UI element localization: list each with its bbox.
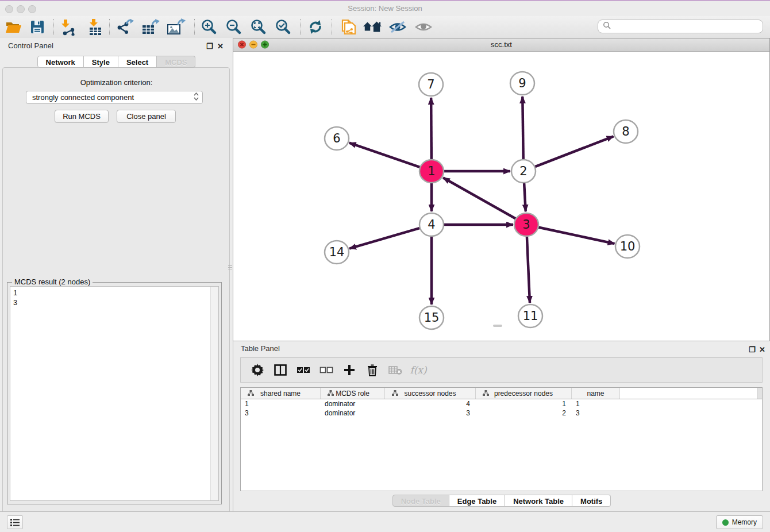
network-window-titlebar[interactable]: scc.txt	[233, 38, 769, 52]
refresh-icon[interactable]	[306, 18, 325, 36]
table-tab-network-table[interactable]: Network Table	[505, 495, 572, 507]
control-tab-network[interactable]: Network	[37, 56, 84, 68]
graph-edge-2-9[interactable]	[522, 97, 523, 159]
function-builder-icon[interactable]: f(x)	[411, 363, 426, 377]
column-header-mcds-role[interactable]: MCDS role	[321, 388, 385, 399]
import-network-icon[interactable]	[58, 18, 78, 36]
close-table-panel-icon[interactable]: ✕	[759, 345, 765, 354]
zoom-out-icon[interactable]	[224, 18, 243, 36]
mcds-result-group: MCDS result (2 nodes) 1 3	[7, 282, 222, 504]
memory-button[interactable]: Memory	[716, 515, 763, 529]
export-table-icon[interactable]	[141, 18, 160, 36]
app-zoom-button[interactable]	[28, 5, 36, 13]
table-row-1[interactable]: 1dominator411	[241, 399, 762, 408]
graph-node-9[interactable]: 9	[510, 72, 534, 95]
mcds-result-area[interactable]: 1 3	[10, 286, 219, 501]
graph-edge-1-7[interactable]	[431, 98, 432, 159]
network-graph-canvas[interactable]: 1234678910111415	[233, 51, 769, 341]
cell-predecessor-nodes[interactable]: 1	[476, 399, 572, 408]
zoom-in-icon[interactable]	[199, 18, 218, 36]
export-network-icon[interactable]	[116, 18, 135, 36]
graph-node-1[interactable]: 1	[419, 160, 444, 183]
zoom-selected-icon[interactable]	[273, 18, 292, 36]
graph-edge-4-14[interactable]	[349, 228, 420, 249]
control-tab-select[interactable]: Select	[118, 56, 157, 68]
cell-successor-nodes[interactable]: 3	[385, 408, 476, 418]
cell-shared-name[interactable]: 1	[241, 399, 321, 408]
delete-table-icon[interactable]	[388, 363, 403, 377]
cell-name[interactable]: 3	[572, 408, 620, 418]
net-close-button	[238, 41, 246, 48]
column-header-label: MCDS role	[336, 390, 369, 398]
app-close-button[interactable]	[5, 5, 13, 13]
eye-slash-icon[interactable]	[388, 18, 407, 36]
zoom-fit-icon[interactable]	[248, 18, 268, 36]
cell-shared-name[interactable]: 3	[241, 408, 321, 418]
cell-name[interactable]: 1	[572, 399, 620, 408]
column-header-successor-nodes[interactable]: successor nodes	[385, 388, 476, 399]
graph-edge-2-3[interactable]	[524, 183, 526, 211]
search-input[interactable]	[598, 20, 763, 33]
list-icon	[10, 518, 20, 527]
close-panel-button[interactable]: Close panel	[117, 110, 176, 123]
table-scroll-corner	[757, 388, 762, 399]
graph-node-3[interactable]: 3	[514, 213, 538, 236]
table-settings-gear-icon[interactable]	[250, 363, 265, 377]
eye-icon[interactable]	[414, 18, 433, 36]
column-header-predecessor-nodes[interactable]: predecessor nodes	[476, 388, 572, 399]
delete-column-trash-icon[interactable]	[365, 363, 380, 377]
cell-mcds-role[interactable]: dominator	[321, 399, 385, 408]
panel-splitter-handle[interactable]	[228, 260, 233, 275]
column-header-label: predecessor nodes	[494, 390, 553, 398]
graph-node-6[interactable]: 6	[325, 127, 349, 150]
graph-node-10[interactable]: 10	[615, 235, 640, 258]
graph-node-7[interactable]: 7	[419, 73, 443, 96]
import-table-icon[interactable]	[86, 18, 105, 36]
home-icon[interactable]	[363, 18, 382, 36]
criterion-select[interactable]: strongly connected component	[26, 91, 203, 104]
float-panel-icon[interactable]: ❐	[206, 42, 213, 51]
graph-node-8[interactable]: 8	[614, 120, 638, 143]
network-view-window: scc.txt 1234678910111415	[233, 38, 770, 341]
graph-edge-2-8[interactable]	[535, 136, 614, 167]
table-tab-node-table[interactable]: Node Table	[392, 495, 449, 507]
graph-node-4[interactable]: 4	[419, 213, 444, 236]
control-tab-style[interactable]: Style	[84, 56, 118, 68]
cell-predecessor-nodes[interactable]: 2	[476, 408, 572, 418]
control-tab-mcds[interactable]: MCDS	[157, 56, 195, 68]
graph-edge-3-10[interactable]	[538, 227, 615, 244]
cell-successor-nodes[interactable]: 4	[385, 399, 476, 408]
cell-mcds-role[interactable]: dominator	[321, 408, 385, 418]
table-row-2[interactable]: 3dominator323	[241, 408, 762, 418]
close-panel-icon[interactable]: ✕	[217, 42, 224, 51]
open-folder-icon[interactable]	[3, 18, 23, 36]
float-table-panel-icon[interactable]: ❐	[749, 345, 756, 354]
column-header-label: successor nodes	[404, 390, 456, 398]
copy-document-icon[interactable]	[338, 18, 357, 36]
graph-node-11[interactable]: 11	[518, 304, 542, 327]
canvas-hscroll-thumb[interactable]	[493, 325, 502, 327]
create-column-plus-icon[interactable]	[342, 363, 357, 377]
save-icon[interactable]	[28, 18, 47, 36]
column-header-shared-name[interactable]: shared name	[241, 388, 321, 399]
graph-edge-3-1[interactable]	[443, 178, 516, 218]
window-traffic-lights[interactable]	[238, 40, 276, 49]
search-icon	[603, 21, 611, 32]
graph-node-15[interactable]: 15	[419, 306, 444, 329]
table-tab-edge-table[interactable]: Edge Table	[449, 495, 505, 507]
export-image-icon[interactable]	[166, 18, 186, 36]
deselect-all-rows-icon[interactable]	[319, 363, 334, 377]
result-scrollbar[interactable]	[210, 287, 218, 500]
run-mcds-button[interactable]: Run MCDS	[55, 110, 109, 123]
memory-label: Memory	[732, 518, 757, 526]
column-header-name[interactable]: name	[572, 388, 620, 399]
select-all-rows-icon[interactable]	[296, 363, 311, 377]
table-tab-motifs[interactable]: Motifs	[572, 495, 611, 507]
app-minimize-button[interactable]	[17, 5, 25, 13]
task-history-button[interactable]	[7, 515, 23, 529]
graph-edge-1-6[interactable]	[349, 143, 420, 168]
graph-node-14[interactable]: 14	[325, 241, 349, 264]
graph-node-2[interactable]: 2	[511, 160, 536, 183]
show-columns-icon[interactable]	[273, 363, 288, 377]
graph-edge-3-11[interactable]	[527, 237, 530, 303]
